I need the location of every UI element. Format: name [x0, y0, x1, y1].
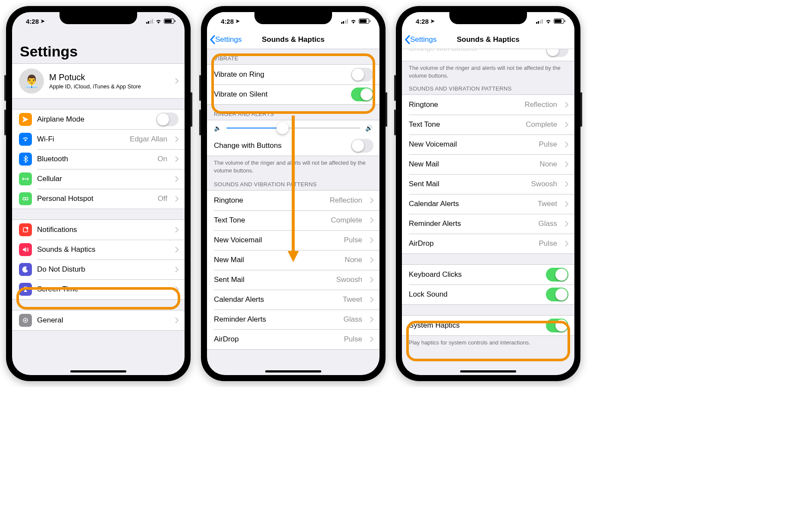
change-with-buttons-cell-partial[interactable]: Change with Buttons [402, 49, 574, 61]
signal-icon [341, 19, 348, 24]
cell-label: Text Tone [409, 120, 440, 129]
sounds-icon [19, 243, 32, 256]
chevron-right-icon [175, 176, 179, 182]
profile-name: M Potuck [49, 72, 141, 82]
sound-pattern-cell[interactable]: Reminder AlertsGlass [207, 310, 379, 329]
bluetooth-cell[interactable]: Bluetooth On [12, 149, 185, 169]
cell-label: Ringtone [214, 196, 243, 205]
home-indicator[interactable] [265, 370, 321, 372]
chevron-right-icon [565, 102, 568, 108]
airplane-icon [19, 113, 32, 126]
cell-label: Reminder Alerts [214, 315, 266, 324]
battery-icon [359, 19, 369, 24]
volume-high-icon: 🔊 [365, 125, 373, 131]
cell-value: Complete [331, 216, 362, 225]
general-cell[interactable]: General [12, 310, 185, 330]
vibrate-ring-toggle[interactable] [351, 68, 373, 81]
cell-value: Swoosh [336, 275, 362, 284]
location-icon: ➤ [235, 18, 240, 24]
vibrate-on-silent-cell[interactable]: Vibrate on Silent [207, 84, 379, 104]
system-haptics-cell[interactable]: System Haptics [402, 316, 574, 335]
keyboard-clicks-toggle[interactable] [546, 268, 568, 282]
sound-pattern-cell[interactable]: Calendar AlertsTweet [402, 194, 574, 214]
arrow-down-icon [287, 116, 300, 262]
status-time: 4:28 [221, 18, 234, 25]
chevron-right-icon [175, 136, 179, 142]
vibrate-silent-toggle[interactable] [351, 88, 373, 101]
cell-value: Glass [539, 219, 557, 228]
home-indicator[interactable] [460, 370, 516, 372]
lock-sound-toggle[interactable] [546, 288, 568, 301]
page-header: Settings [12, 30, 185, 63]
sound-pattern-cell[interactable]: Reminder AlertsGlass [402, 214, 574, 234]
location-icon: ➤ [41, 18, 45, 24]
sound-pattern-cell[interactable]: AirDropPulse [207, 329, 379, 349]
section-vibrate-header: VIBRATE [207, 49, 379, 64]
chevron-right-icon [565, 241, 568, 247]
screentime-cell[interactable]: Screen Time [12, 279, 185, 299]
chevron-right-icon [175, 156, 179, 162]
signal-icon [146, 19, 154, 24]
cell-value: Glass [344, 315, 362, 324]
chevron-right-icon [370, 297, 373, 303]
sound-pattern-cell[interactable]: Sent MailSwoosh [207, 270, 379, 290]
sound-pattern-cell[interactable]: Calendar AlertsTweet [207, 290, 379, 310]
cell-label: Calendar Alerts [214, 295, 264, 304]
chevron-right-icon [175, 286, 179, 292]
chevron-left-icon [404, 35, 410, 44]
keyboard-clicks-cell[interactable]: Keyboard Clicks [402, 265, 574, 285]
cell-label: Text Tone [214, 216, 245, 225]
nav-title: Sounds & Haptics [262, 35, 324, 44]
dnd-cell[interactable]: Do Not Disturb [12, 260, 185, 279]
cell-label: AirDrop [409, 239, 434, 248]
sounds-haptics-cell[interactable]: Sounds & Haptics [12, 240, 185, 260]
sound-pattern-cell[interactable]: New MailNone [402, 154, 574, 174]
cell-value: None [539, 160, 557, 169]
battery-icon [554, 19, 564, 24]
apple-id-cell[interactable]: 👨‍💼 M Potuck Apple ID, iCloud, iTunes & … [12, 64, 185, 98]
status-time: 4:28 [26, 18, 39, 25]
chevron-right-icon [370, 277, 373, 283]
chevron-right-icon [565, 201, 568, 207]
svg-point-4 [26, 227, 28, 229]
moon-icon [19, 263, 32, 276]
gear-icon [19, 314, 32, 327]
airplane-mode-cell[interactable]: Airplane Mode [12, 110, 185, 129]
chevron-right-icon [565, 161, 568, 167]
lock-sound-cell[interactable]: Lock Sound [402, 285, 574, 304]
sound-pattern-cell[interactable]: RingtoneReflection [402, 95, 574, 115]
sound-pattern-cell[interactable]: New VoicemailPulse [402, 135, 574, 154]
back-button[interactable]: Settings [207, 35, 241, 44]
cell-label: New Mail [409, 160, 439, 169]
sound-pattern-cell[interactable]: Sent MailSwoosh [402, 174, 574, 194]
page-title: Settings [20, 43, 177, 60]
chevron-right-icon [175, 78, 179, 84]
chevron-right-icon [370, 336, 373, 342]
sound-pattern-cell[interactable]: AirDropPulse [402, 234, 574, 253]
cellular-cell[interactable]: Cellular [12, 169, 185, 189]
change-buttons-toggle[interactable] [546, 49, 568, 57]
cell-value: Tweet [343, 295, 362, 304]
vibrate-on-ring-cell[interactable]: Vibrate on Ring [207, 65, 379, 84]
cell-label: New Mail [214, 256, 244, 264]
notifications-cell[interactable]: Notifications [12, 220, 185, 240]
cell-label: AirDrop [214, 335, 239, 344]
system-haptics-toggle[interactable] [546, 319, 568, 332]
phone-2-sounds-top: 4:28 ➤ Settings Sounds & Haptics VIBRATE… [201, 6, 386, 381]
wifi-icon [350, 19, 357, 24]
sound-pattern-cell[interactable]: Text ToneComplete [402, 115, 574, 135]
hourglass-icon [19, 283, 32, 296]
back-button[interactable]: Settings [402, 35, 436, 44]
hotspot-cell[interactable]: Personal Hotspot Off [12, 189, 185, 209]
haptics-footer-note: Play haptics for system controls and int… [402, 336, 574, 351]
home-indicator[interactable] [70, 370, 126, 372]
cell-value: Swoosh [531, 180, 557, 188]
chevron-right-icon [175, 247, 179, 253]
chevron-right-icon [565, 122, 568, 128]
svg-point-0 [25, 178, 26, 180]
cell-value: Pulse [539, 140, 557, 149]
wifi-cell[interactable]: Wi-Fi Edgar Allan [12, 129, 185, 149]
airplane-toggle[interactable] [156, 113, 179, 126]
cell-value: Reflection [524, 100, 557, 109]
change-buttons-toggle[interactable] [351, 139, 373, 153]
